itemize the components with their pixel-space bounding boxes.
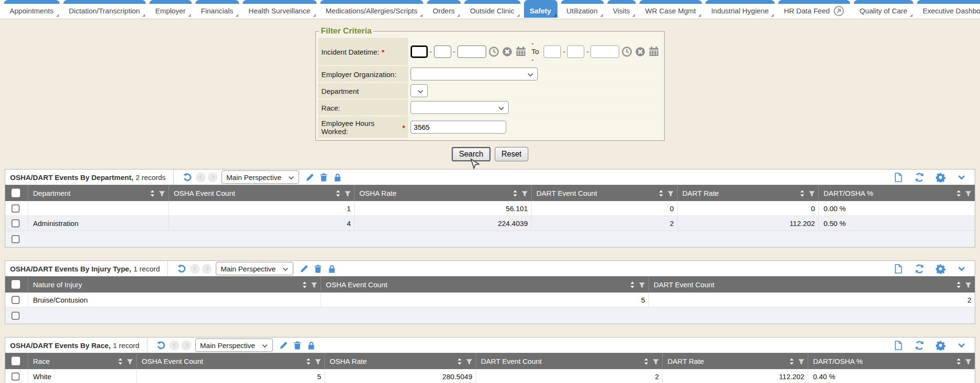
column-header-osha-rate[interactable]: OSHA Rate — [325, 353, 476, 369]
sort-icon[interactable] — [956, 280, 961, 289]
settings-gear-icon[interactable] — [935, 172, 946, 182]
employee-hours-input[interactable] — [411, 121, 506, 134]
filter-funnel-icon[interactable] — [965, 357, 972, 365]
sort-icon[interactable] — [335, 189, 341, 197]
column-header-race[interactable]: Race — [28, 353, 137, 369]
delete-trash-icon[interactable] — [313, 264, 323, 273]
employer-organization-select[interactable] — [411, 68, 538, 80]
tab-executive-dashboard[interactable]: Executive Dashboard — [917, 0, 980, 18]
table-row[interactable]: Administration 4 224.4039 2 112.202 0.50… — [5, 216, 975, 231]
sort-icon[interactable] — [644, 357, 649, 365]
tab-employer[interactable]: Employer — [149, 0, 191, 18]
refresh-icon[interactable] — [914, 264, 924, 274]
row-checkbox[interactable] — [11, 312, 20, 320]
sort-icon[interactable] — [150, 189, 155, 197]
new-document-icon[interactable] — [893, 340, 903, 350]
incident-to-day-input[interactable] — [567, 45, 584, 58]
filter-funnel-icon[interactable] — [521, 189, 528, 197]
row-checkbox[interactable] — [11, 372, 20, 381]
tab-hr-data-feed[interactable]: HR Data Feed — [778, 0, 850, 18]
filter-funnel-icon[interactable] — [965, 189, 972, 197]
column-header-osha-rate[interactable]: OSHA Rate — [355, 185, 532, 201]
tab-financials[interactable]: Financials — [195, 0, 240, 18]
perspective-select[interactable]: Main Perspective — [216, 262, 293, 275]
tab-medications-allergies-scripts[interactable]: Medications/Allergies/Scripts — [320, 0, 424, 18]
delete-trash-icon[interactable] — [293, 341, 302, 350]
settings-gear-icon[interactable] — [935, 340, 946, 350]
lock-icon[interactable] — [327, 264, 336, 273]
select-all-checkbox[interactable] — [11, 280, 20, 289]
sort-icon[interactable] — [118, 357, 123, 365]
select-all-checkbox[interactable] — [11, 357, 20, 365]
incident-to-year-input[interactable] — [590, 45, 619, 58]
sort-icon[interactable] — [457, 357, 462, 365]
filter-funnel-icon[interactable] — [158, 189, 166, 197]
column-header-osha-event-count[interactable]: OSHA Event Count — [321, 276, 649, 293]
filter-funnel-icon[interactable] — [965, 280, 972, 289]
tab-industrial-hygiene[interactable]: Industrial Hygiene — [705, 0, 775, 18]
sort-icon[interactable] — [512, 189, 518, 197]
column-header-osha-event-count[interactable]: OSHA Event Count — [137, 353, 325, 369]
clock-icon[interactable] — [489, 46, 499, 57]
department-select[interactable] — [411, 84, 428, 97]
perspective-select[interactable]: Main Perspective — [222, 170, 299, 184]
incident-from-day-input[interactable] — [434, 45, 451, 58]
race-select[interactable] — [411, 101, 509, 114]
prev-icon[interactable] — [196, 172, 206, 182]
undo-icon[interactable] — [182, 172, 192, 182]
sort-icon[interactable] — [789, 357, 794, 365]
row-checkbox[interactable] — [11, 296, 20, 304]
column-header-osha-event-count[interactable]: OSHA Event Count — [169, 185, 355, 201]
row-checkbox[interactable] — [11, 204, 20, 213]
select-all-checkbox[interactable] — [11, 189, 20, 197]
sort-icon[interactable] — [630, 280, 635, 289]
table-row[interactable]: 1 56.101 0 0 0.00 % — [5, 201, 975, 216]
tab-utilization[interactable]: Utilization — [561, 0, 604, 18]
tab-safety[interactable]: Safety — [524, 0, 557, 18]
filter-funnel-icon[interactable] — [667, 189, 674, 197]
reset-button[interactable]: Reset — [495, 147, 528, 161]
new-document-icon[interactable] — [893, 264, 903, 274]
filter-funnel-icon[interactable] — [652, 357, 659, 365]
calendar-icon[interactable] — [515, 46, 526, 57]
sort-icon[interactable] — [956, 189, 961, 197]
sort-icon[interactable] — [302, 280, 307, 289]
clear-icon[interactable] — [502, 46, 512, 57]
edit-pencil-icon[interactable] — [279, 341, 288, 350]
sort-icon[interactable] — [800, 189, 805, 197]
tab-quality-of-care[interactable]: Quality of Care — [854, 0, 913, 18]
calendar-icon[interactable] — [648, 46, 659, 57]
column-header-nature-of-injury[interactable]: Nature of Injury — [28, 276, 321, 293]
tab-appointments[interactable]: Appointments — [4, 0, 60, 18]
filter-funnel-icon[interactable] — [344, 189, 351, 197]
next-icon[interactable] — [181, 340, 191, 350]
row-checkbox[interactable] — [11, 235, 20, 243]
sort-icon[interactable] — [658, 189, 664, 197]
clock-icon[interactable] — [622, 46, 632, 57]
settings-gear-icon[interactable] — [935, 264, 946, 274]
filter-funnel-icon[interactable] — [466, 357, 473, 365]
column-header-dart-event-count[interactable]: DART Event Count — [476, 353, 663, 369]
new-document-icon[interactable] — [893, 172, 903, 182]
next-icon[interactable] — [208, 172, 218, 182]
row-checkbox[interactable] — [11, 219, 20, 227]
refresh-icon[interactable] — [914, 340, 924, 350]
column-header-dart-event-count[interactable]: DART Event Count — [532, 185, 678, 201]
table-row[interactable]: Bruise/Contusion 5 2 — [5, 293, 975, 307]
lock-icon[interactable] — [307, 341, 316, 350]
column-header-dart-osha-pct[interactable]: DART/OSHA % — [808, 353, 975, 369]
incident-to-month-input[interactable] — [544, 45, 561, 58]
filter-funnel-icon[interactable] — [311, 280, 318, 289]
next-icon[interactable] — [202, 264, 212, 274]
incident-from-month-input[interactable] — [411, 45, 428, 58]
tab-wr-case-mgmt[interactable]: WR Case Mgmt — [639, 0, 702, 18]
perspective-select[interactable]: Main Perspective — [195, 338, 273, 352]
external-link-icon[interactable] — [834, 6, 844, 16]
undo-icon[interactable] — [177, 264, 187, 274]
table-row[interactable]: White 5 280.5049 2 112.202 0.40 % — [5, 369, 975, 383]
undo-icon[interactable] — [156, 340, 166, 350]
lock-icon[interactable] — [333, 173, 342, 182]
sort-icon[interactable] — [956, 357, 961, 365]
filter-funnel-icon[interactable] — [808, 189, 815, 197]
column-header-department[interactable]: Department — [28, 185, 169, 201]
